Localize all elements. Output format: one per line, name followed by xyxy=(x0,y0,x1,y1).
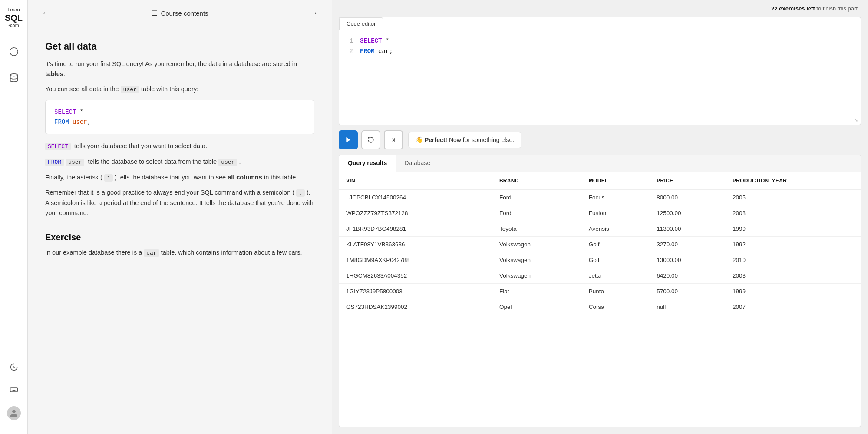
table-header-row: VIN BRAND MODEL PRICE PRODUCTION_YEAR xyxy=(339,172,861,189)
col-brand: BRAND xyxy=(492,172,582,189)
table-row: 1M8GDM9AXKP042788VolkswagenGolf13000.002… xyxy=(339,252,861,268)
moon-icon[interactable] xyxy=(8,361,20,373)
sidebar-bottom xyxy=(7,361,21,427)
lesson-para-6: Remember that it is a good practice to a… xyxy=(45,188,314,218)
code-line-2: 2 FROM car; xyxy=(346,46,854,57)
svg-marker-3 xyxy=(346,137,350,142)
exercises-count: 22 exercises left xyxy=(771,5,815,12)
exercises-left: 22 exercises left to finish this part xyxy=(771,0,858,17)
logo-dotcom: •com xyxy=(8,23,19,28)
col-production-year: PRODUCTION_YEAR xyxy=(726,172,861,189)
table-row: WPOZZZ79ZTS372128FordFusion12500.002008 xyxy=(339,205,861,221)
logo-sql: SQL xyxy=(5,13,23,23)
code-line-1: 1 SELECT * xyxy=(346,36,854,46)
lesson-nav: ← ☰ Course contents → xyxy=(28,0,332,27)
success-emoji: 👋 xyxy=(416,136,423,143)
resize-handle[interactable]: ⤡ xyxy=(854,117,858,123)
data-table: VIN BRAND MODEL PRICE PRODUCTION_YEAR LJ… xyxy=(339,172,861,315)
from-inline: FROM xyxy=(45,159,64,166)
table-body: LJCPCBLCX14500264FordFocus8000.002005WPO… xyxy=(339,189,861,315)
lesson-para-1: It's time to run your first SQL query! A… xyxy=(45,59,314,79)
run-button[interactable] xyxy=(339,130,358,149)
tab-query-results[interactable]: Query results xyxy=(339,155,396,172)
table-head: VIN BRAND MODEL PRICE PRODUCTION_YEAR xyxy=(339,172,861,189)
table-row: 1GIYZ23J9P5800003FiatPunto5700.001999 xyxy=(339,284,861,299)
code-editor-tab[interactable]: Code editor xyxy=(339,17,383,30)
course-contents-label: Course contents xyxy=(161,10,208,17)
lesson-code-block: SELECT * FROM user; xyxy=(45,100,314,134)
lesson-para-4: FROM user tells the database to select d… xyxy=(45,157,314,167)
keyboard-icon[interactable] xyxy=(8,384,20,396)
results-panel: Query results Database VIN BRAND MODEL P… xyxy=(339,155,861,427)
select-inline: SELECT xyxy=(45,143,71,150)
action-bar: 👋 Perfect! Now for something else. xyxy=(332,125,868,155)
database-icon[interactable] xyxy=(8,72,20,84)
results-tabs: Query results Database xyxy=(339,155,861,172)
main-content: ← ☰ Course contents → Get all data It's … xyxy=(28,0,868,434)
table-row: LJCPCBLCX14500264FordFocus8000.002005 xyxy=(339,189,861,205)
results-table: VIN BRAND MODEL PRICE PRODUCTION_YEAR LJ… xyxy=(339,172,861,427)
lesson-panel: ← ☰ Course contents → Get all data It's … xyxy=(28,0,332,434)
tab-database[interactable]: Database xyxy=(396,155,439,172)
col-model: MODEL xyxy=(582,172,650,189)
svg-rect-2 xyxy=(10,388,17,392)
table-row: KLATF08Y1VB363636VolkswagenGolf3270.0019… xyxy=(339,237,861,252)
table-row: JF1BR93D7BG498281ToyotaAvensis11300.0019… xyxy=(339,221,861,237)
editor-panel: 22 exercises left to finish this part Co… xyxy=(332,0,868,434)
lesson-para-2: You can see all data in the user table w… xyxy=(45,84,314,95)
exercise-title: Exercise xyxy=(45,232,314,242)
svg-point-1 xyxy=(10,74,17,76)
semicolon-inline: ; xyxy=(296,189,305,197)
code-area[interactable]: 1 SELECT * 2 FROM car; xyxy=(339,29,861,125)
success-message: 👋 Perfect! Now for something else. xyxy=(408,132,521,148)
logo-learn: Learn xyxy=(7,7,20,13)
lesson-content: Get all data It's time to run your first… xyxy=(28,27,332,434)
nav-back-button[interactable]: ← xyxy=(38,7,53,20)
avatar[interactable] xyxy=(7,406,21,420)
hamburger-icon: ☰ xyxy=(151,9,157,17)
nav-forward-button[interactable]: → xyxy=(307,7,321,20)
reset-button[interactable] xyxy=(361,130,380,149)
forward-button[interactable] xyxy=(384,130,403,149)
asterisk-inline: * xyxy=(104,174,113,182)
editor-header: 22 exercises left to finish this part xyxy=(332,0,868,17)
success-rest: Now for something else. xyxy=(449,136,514,143)
user-code-inline: user xyxy=(121,86,139,93)
logo[interactable]: Learn SQL •com xyxy=(5,7,23,28)
nav-title: ☰ Course contents xyxy=(151,9,208,17)
lesson-para-3: SELECT tells your database that you want… xyxy=(45,141,314,152)
exercise-text: In our example database there is a car t… xyxy=(45,248,314,258)
exercises-suffix: to finish this part xyxy=(815,5,858,12)
chat-icon[interactable] xyxy=(8,46,20,58)
car-inline: car xyxy=(144,249,159,257)
user-inline-2: user xyxy=(66,159,84,166)
lesson-para-5: Finally, the asterisk ( * ) tells the da… xyxy=(45,172,314,183)
user-inline-3: user xyxy=(218,159,237,166)
success-bold: Perfect! xyxy=(425,136,447,143)
col-vin: VIN xyxy=(339,172,492,189)
lesson-title: Get all data xyxy=(45,41,314,52)
table-row: GS723HDSAK2399002OpelCorsanull2007 xyxy=(339,299,861,315)
col-price: PRICE xyxy=(650,172,726,189)
table-row: 1HGCM82633A004352VolkswagenJetta6420.002… xyxy=(339,268,861,284)
sidebar: Learn SQL •com xyxy=(0,0,28,434)
code-editor-container: Code editor 1 SELECT * 2 FROM car; ⤡ xyxy=(339,17,861,125)
